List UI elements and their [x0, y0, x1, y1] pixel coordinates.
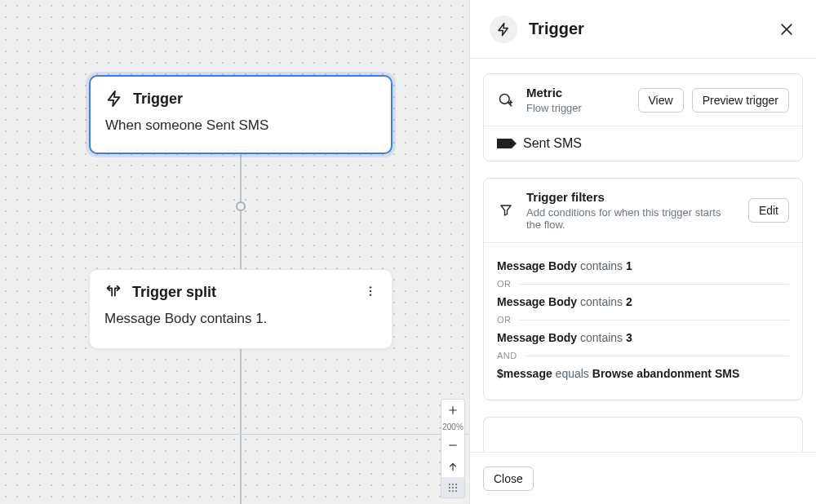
trigger-split-node[interactable]: Trigger split Message Body contains 1.	[89, 269, 392, 349]
trigger-filters-subtitle: Add conditions for when this trigger sta…	[526, 206, 737, 231]
split-icon	[104, 283, 122, 301]
zoom-in-button[interactable]	[441, 399, 465, 420]
filter-icon	[497, 203, 515, 218]
edit-filters-button[interactable]: Edit	[748, 198, 789, 223]
zoom-level-label: 200%	[441, 420, 465, 435]
svg-point-8	[455, 487, 457, 489]
canvas-guide-line	[0, 434, 469, 435]
side-panel-body[interactable]: Metric Flow trigger View Preview trigger…	[470, 59, 816, 452]
svg-point-5	[455, 483, 457, 484]
trigger-filters-list: Message Body contains 1ORMessage Body co…	[484, 242, 802, 400]
svg-point-9	[449, 490, 450, 492]
filter-condition: Message Body contains 3	[497, 331, 789, 344]
connector-node[interactable]	[236, 201, 246, 211]
metric-selected-value: Sent SMS	[523, 136, 582, 151]
metric-icon	[497, 92, 515, 108]
svg-point-10	[452, 490, 454, 492]
trigger-node-subtitle: When someone Sent SMS	[105, 117, 376, 134]
node-menu-button[interactable]	[361, 281, 380, 301]
metric-card: Metric Flow trigger View Preview trigger…	[483, 73, 803, 161]
svg-point-6	[449, 487, 450, 489]
svg-point-2	[370, 294, 371, 295]
filter-join-operator: AND	[497, 351, 789, 360]
svg-point-3	[449, 483, 450, 484]
trigger-split-subtitle: Message Body contains 1.	[104, 311, 377, 327]
view-button[interactable]: View	[638, 88, 684, 113]
svg-point-1	[370, 290, 371, 292]
metric-title: Metric	[526, 86, 627, 100]
metric-selected-row[interactable]: Sent SMS	[484, 126, 802, 161]
trigger-split-title: Trigger split	[132, 284, 216, 301]
trigger-node-title: Trigger	[133, 91, 183, 108]
close-panel-button[interactable]: Close	[483, 466, 534, 491]
side-panel-footer: Close	[470, 452, 816, 504]
grid-toggle-button[interactable]	[441, 477, 465, 498]
scroll-top-button[interactable]	[441, 456, 465, 477]
trigger-filters-title: Trigger filters	[526, 190, 737, 205]
flow-filters-card[interactable]: Flow filters	[483, 417, 803, 451]
side-panel: Trigger Metric Flow trigger View	[469, 0, 816, 504]
svg-point-11	[455, 490, 457, 492]
close-button[interactable]	[777, 20, 796, 39]
side-panel-header: Trigger	[470, 0, 816, 59]
trigger-filters-card: Trigger filters Add conditions for when …	[483, 178, 803, 400]
filter-join-operator: OR	[497, 279, 789, 289]
zoom-out-button[interactable]	[441, 435, 465, 456]
filter-condition: Message Body contains 1	[497, 259, 789, 272]
trigger-node[interactable]: Trigger When someone Sent SMS	[89, 75, 392, 154]
filter-condition: Message Body contains 2	[497, 295, 789, 308]
zoom-toolbar: 200%	[441, 399, 465, 502]
preview-trigger-button[interactable]: Preview trigger	[692, 88, 789, 113]
tag-icon	[497, 139, 512, 148]
svg-point-7	[452, 487, 454, 489]
filter-condition: $message equals Browse abandonment SMS	[497, 367, 789, 380]
flow-canvas[interactable]: Trigger When someone Sent SMS Trigger sp…	[0, 0, 469, 504]
bolt-icon	[105, 90, 123, 108]
svg-point-4	[452, 483, 454, 484]
metric-subtitle: Flow trigger	[526, 102, 627, 114]
side-panel-title: Trigger	[529, 20, 584, 38]
svg-point-0	[370, 286, 371, 288]
bolt-icon	[490, 15, 517, 43]
filter-join-operator: OR	[497, 315, 789, 325]
